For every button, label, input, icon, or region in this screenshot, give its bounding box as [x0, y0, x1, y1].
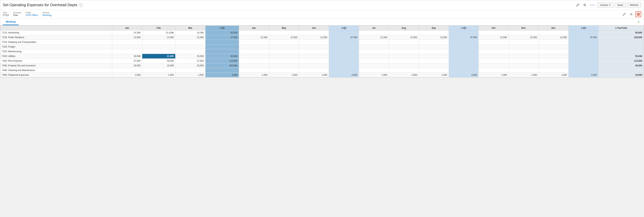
- table-cell-q1[interactable]: 4,500: [205, 73, 239, 77]
- table-cell-jun[interactable]: [299, 40, 329, 45]
- table-cell-oct[interactable]: [479, 68, 509, 73]
- table-cell-q3[interactable]: [449, 40, 479, 45]
- table-cell-apr[interactable]: [239, 68, 269, 73]
- table-cell-jun[interactable]: [299, 45, 329, 49]
- table-cell-oct[interactable]: [479, 54, 509, 59]
- table-cell-jul[interactable]: [359, 54, 389, 59]
- table-cell-mar[interactable]: [176, 68, 206, 73]
- table-cell-sep[interactable]: [419, 68, 449, 73]
- table-cell-may[interactable]: 1,500: [269, 73, 299, 77]
- table-cell-q3[interactable]: [449, 63, 479, 68]
- table-cell-yeartotal[interactable]: 50,000: [598, 31, 644, 35]
- table-cell-q4[interactable]: [568, 59, 598, 63]
- table-cell-q4[interactable]: 37,500: [568, 35, 598, 40]
- table-cell-q1[interactable]: 113,000: [205, 59, 239, 63]
- table-cell-nov[interactable]: 1,500: [508, 73, 538, 77]
- table-cell-apr[interactable]: [239, 40, 269, 45]
- table-cell-nov[interactable]: [508, 45, 538, 49]
- table-cell-jul[interactable]: [359, 59, 389, 63]
- table-cell-sep[interactable]: [419, 31, 449, 35]
- table-cell-yeartotal[interactable]: [598, 45, 644, 49]
- table-cell-jul[interactable]: [359, 31, 389, 35]
- table-cell-yeartotal[interactable]: 55,048: [598, 54, 644, 59]
- table-cell-q1[interactable]: 50,000: [205, 31, 239, 35]
- table-cell-oct[interactable]: [479, 63, 509, 68]
- table-cell-aug[interactable]: [389, 45, 419, 49]
- table-cell-jul[interactable]: [359, 49, 389, 54]
- tab-working[interactable]: Working: [3, 19, 18, 25]
- table-cell-q4[interactable]: [568, 40, 598, 45]
- table-cell-aug[interactable]: [389, 31, 419, 35]
- table-cell-dec[interactable]: 12,500: [538, 35, 568, 40]
- table-cell-oct[interactable]: [479, 40, 509, 45]
- table-cell-q2[interactable]: [329, 68, 359, 73]
- search-icon-button[interactable]: [582, 2, 588, 8]
- grid-view-button[interactable]: [636, 12, 641, 17]
- table-cell-yeartotal[interactable]: 113,000: [598, 59, 644, 63]
- table-cell-oct[interactable]: [479, 45, 509, 49]
- table-cell-mar[interactable]: 15,000: [176, 54, 206, 59]
- save-button[interactable]: Save: [615, 3, 626, 8]
- edit-pencil-button[interactable]: [621, 12, 627, 17]
- table-cell-q4[interactable]: [568, 54, 598, 59]
- table-cell-jun[interactable]: [299, 54, 329, 59]
- table-cell-q3[interactable]: [449, 45, 479, 49]
- table-cell-oct[interactable]: 12,500: [479, 35, 509, 40]
- table-cell-jun[interactable]: 12,500: [299, 35, 329, 40]
- table-cell-jul[interactable]: [359, 45, 389, 49]
- table-cell-q3[interactable]: [449, 49, 479, 54]
- table-cell-feb[interactable]: 12,500: [142, 35, 175, 40]
- table-cell-q3[interactable]: 37,500: [449, 35, 479, 40]
- table-cell-dec[interactable]: [538, 49, 568, 54]
- table-cell-apr[interactable]: [239, 54, 269, 59]
- table-cell-aug[interactable]: [389, 54, 419, 59]
- table-cell-jul[interactable]: [359, 68, 389, 73]
- table-cell-mar[interactable]: [176, 45, 206, 49]
- table-cell-sep[interactable]: [419, 40, 449, 45]
- table-cell-feb[interactable]: 1,500: [142, 73, 175, 77]
- table-cell-feb[interactable]: 16,000: [142, 63, 175, 68]
- table-cell-may[interactable]: [269, 68, 299, 73]
- table-cell-aug[interactable]: [389, 68, 419, 73]
- table-cell-jul[interactable]: 1,500: [359, 73, 389, 77]
- table-cell-jun[interactable]: 1,500: [299, 73, 329, 77]
- table-cell-apr[interactable]: [239, 31, 269, 35]
- table-cell-q2[interactable]: 4,500: [329, 73, 359, 77]
- table-cell-q2[interactable]: [329, 49, 359, 54]
- table-cell-sep[interactable]: [419, 45, 449, 49]
- table-cell-apr[interactable]: [239, 63, 269, 68]
- table-cell-sep[interactable]: [419, 54, 449, 59]
- table-cell-jan[interactable]: [112, 45, 142, 49]
- settings-gear-button[interactable]: [628, 12, 634, 17]
- table-cell-q2[interactable]: [329, 63, 359, 68]
- table-cell-sep[interactable]: [419, 49, 449, 54]
- table-cell-aug[interactable]: 1,500: [389, 73, 419, 77]
- table-cell-may[interactable]: [269, 45, 299, 49]
- table-cell-q4[interactable]: [568, 31, 598, 35]
- version-context[interactable]: Version Working: [42, 12, 51, 17]
- table-cell-mar[interactable]: 37,500: [176, 59, 206, 63]
- table-cell-jan[interactable]: [112, 49, 142, 54]
- table-cell-nov[interactable]: [508, 59, 538, 63]
- table-cell-q1[interactable]: [205, 40, 239, 45]
- table-cell-q1[interactable]: 55,048: [205, 54, 239, 59]
- edit-icon-button[interactable]: [575, 2, 581, 8]
- table-cell-apr[interactable]: 1,500: [239, 73, 269, 77]
- table-cell-mar[interactable]: [176, 49, 206, 54]
- table-cell-jul[interactable]: [359, 63, 389, 68]
- table-cell-feb[interactable]: [142, 45, 175, 49]
- table-cell-nov[interactable]: [508, 63, 538, 68]
- more-options-button[interactable]: •••: [589, 2, 596, 8]
- table-cell-dec[interactable]: [538, 68, 568, 73]
- table-cell-aug[interactable]: [389, 49, 419, 54]
- table-cell-jan[interactable]: 16,000: [112, 63, 142, 68]
- table-cell-dec[interactable]: [538, 54, 568, 59]
- table-cell-q3[interactable]: 4,500: [449, 73, 479, 77]
- table-cell-jan[interactable]: 37,500: [112, 59, 142, 63]
- table-cell-dec[interactable]: [538, 45, 568, 49]
- add-tab-button[interactable]: +: [636, 19, 641, 25]
- table-cell-jul[interactable]: [359, 40, 389, 45]
- table-cell-q3[interactable]: [449, 59, 479, 63]
- table-cell-feb[interactable]: [142, 49, 175, 54]
- table-cell-jan[interactable]: 1,500: [112, 73, 142, 77]
